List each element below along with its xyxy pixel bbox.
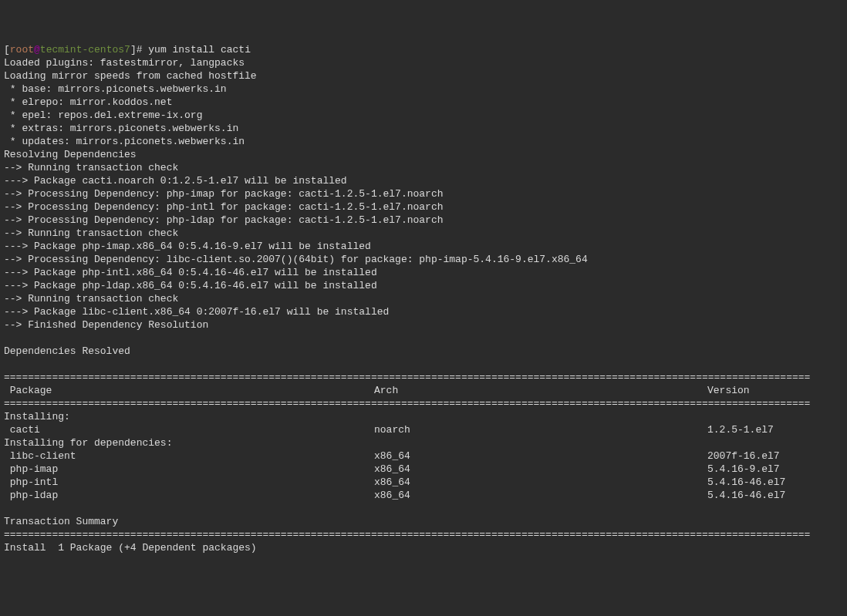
cell-arch: x86_64 (374, 489, 707, 502)
cell-version: 5.4.16-46.el7 (707, 489, 785, 502)
output-line: * base: mirrors.piconets.webwerks.in (4, 83, 227, 95)
cell-version: 5.4.16-46.el7 (707, 476, 785, 489)
output-line: ---> Package libc-client.x86_64 0:2007f-… (4, 306, 389, 318)
table-row: php-ldapx86_645.4.16-46.el7 (4, 490, 785, 501)
cell-package: cacti (4, 423, 374, 436)
output-line: --> Finished Dependency Resolution (4, 319, 208, 331)
table-row: php-intlx86_645.4.16-46.el7 (4, 476, 785, 488)
output-line: * extras: mirrors.piconets.webwerks.in (4, 123, 238, 134)
output-line: Loaded plugins: fastestmirror, langpacks (4, 57, 245, 69)
header-version: Version (707, 384, 750, 397)
cell-arch: x86_64 (374, 463, 707, 476)
output-line: * updates: mirrors.piconets.webwerks.in (4, 136, 245, 147)
prompt-hash: # (137, 44, 143, 56)
output-line: --> Processing Dependency: php-ldap for … (4, 214, 444, 226)
prompt-at: @ (34, 44, 40, 56)
table-row: libc-clientx86_642007f-16.el7 (4, 450, 780, 462)
output-line: --> Running transaction check (4, 162, 178, 173)
install-summary: Install 1 Package (+4 Dependent packages… (4, 542, 257, 554)
output-line: * elrepo: mirror.koddos.net (4, 96, 172, 108)
prompt-host: tecmint-centos7 (40, 44, 130, 56)
prompt-line[interactable]: [root@tecmint-centos7]# yum install cact… (4, 44, 251, 56)
output-line: Transaction Summary (4, 516, 118, 527)
output-line: * epel: repos.del.extreme-ix.org (4, 109, 202, 121)
cell-version: 1.2.5-1.el7 (707, 423, 774, 436)
section-label: Installing: (4, 411, 70, 422)
output-line: --> Running transaction check (4, 293, 178, 305)
command-text: yum install cacti (148, 44, 251, 56)
output-line: ---> Package cacti.noarch 0:1.2.5-1.el7 … (4, 175, 347, 187)
cell-arch: x86_64 (374, 449, 707, 463)
output-line: ---> Package php-intl.x86_64 0:5.4.16-46… (4, 267, 377, 278)
cell-package: libc-client (4, 449, 374, 463)
section-label: Installing for dependencies: (4, 437, 172, 449)
output-line: Dependencies Resolved (4, 345, 130, 357)
output-line: Resolving Dependencies (4, 149, 137, 160)
output-line: ---> Package php-imap.x86_64 0:5.4.16-9.… (4, 241, 371, 252)
output-line: Loading mirror speeds from cached hostfi… (4, 70, 257, 82)
table-row: cactinoarch1.2.5-1.el7 (4, 424, 774, 436)
cell-arch: x86_64 (374, 476, 707, 489)
table-header-row: PackageArchVersion (4, 385, 750, 396)
cell-package: php-imap (4, 463, 374, 476)
table-row: php-imapx86_645.4.16-9.el7 (4, 463, 780, 475)
prompt-user: root (10, 44, 34, 56)
header-arch: Arch (374, 384, 707, 397)
header-package: Package (4, 384, 374, 397)
output-line: --> Processing Dependency: php-imap for … (4, 188, 444, 200)
prompt-close-bracket: ] (130, 44, 137, 56)
terminal-output: [root@tecmint-centos7]# yum install cact… (4, 43, 843, 554)
cell-arch: noarch (374, 423, 707, 436)
divider-line: ========================================… (4, 529, 810, 540)
cell-package: php-intl (4, 476, 374, 489)
prompt-open-bracket: [ (4, 44, 10, 56)
cell-version: 5.4.16-9.el7 (707, 463, 780, 476)
output-line: --> Processing Dependency: php-intl for … (4, 201, 444, 213)
divider-line: ========================================… (4, 398, 810, 409)
cell-version: 2007f-16.el7 (707, 449, 780, 463)
output-line: --> Running transaction check (4, 227, 178, 239)
divider-line: ========================================… (4, 372, 810, 383)
output-line: --> Processing Dependency: libc-client.s… (4, 254, 588, 265)
cell-package: php-ldap (4, 489, 374, 502)
output-line: ---> Package php-ldap.x86_64 0:5.4.16-46… (4, 280, 377, 291)
